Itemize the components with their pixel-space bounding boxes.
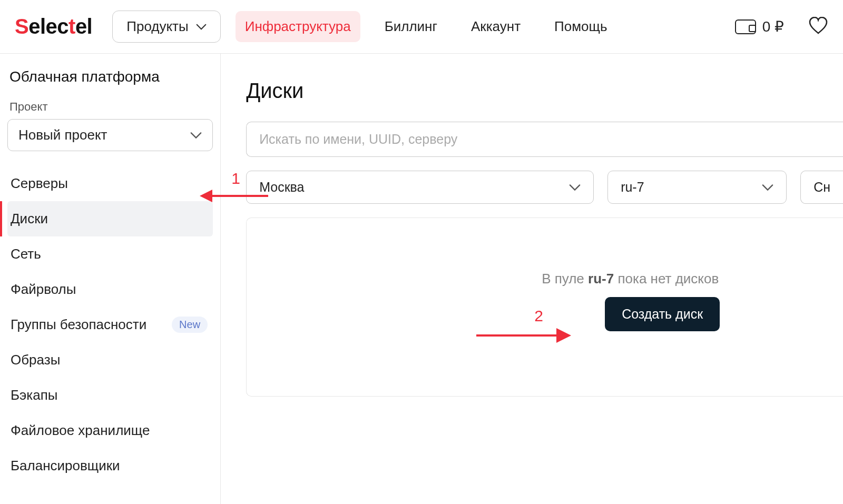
project-select[interactable]: Новый проект xyxy=(7,119,213,151)
region-select[interactable]: Москва xyxy=(246,171,594,204)
disks-empty-panel: В пуле ru-7 пока нет дисков Создать диск xyxy=(246,218,843,397)
favorites-button[interactable] xyxy=(808,17,828,37)
sidebar-item-label: Сеть xyxy=(11,246,41,262)
sidebar-item-network[interactable]: Сеть xyxy=(7,236,213,272)
logo-part: S xyxy=(15,15,28,38)
annotation-label: 1 xyxy=(231,170,240,187)
sidebar-item-servers[interactable]: Серверы xyxy=(7,166,213,201)
create-disk-label: Создать диск xyxy=(622,307,703,321)
nav-account[interactable]: Аккаунт xyxy=(462,11,530,42)
sidebar-title: Облачная платформа xyxy=(7,68,213,85)
sidebar-item-images[interactable]: Образы xyxy=(7,342,213,378)
empty-suffix: пока нет дисков xyxy=(614,271,719,286)
logo-part: el xyxy=(75,15,92,38)
chevron-down-icon xyxy=(190,132,202,139)
logo-part: elec xyxy=(28,15,68,38)
create-disk-button[interactable]: Создать диск xyxy=(605,297,720,331)
nav-label: Биллинг xyxy=(385,18,437,34)
empty-prefix: В пуле xyxy=(542,271,588,286)
extra-button[interactable]: Сн xyxy=(800,171,843,204)
empty-pool: ru-7 xyxy=(588,271,614,286)
heart-icon xyxy=(808,17,828,35)
project-label: Проект xyxy=(7,100,213,114)
logo-part: t xyxy=(68,15,75,38)
balance-button[interactable]: 0 ₽ xyxy=(735,18,784,35)
sidebar-item-label: Образы xyxy=(11,352,60,368)
sidebar-item-label: Серверы xyxy=(11,175,68,192)
filter-row: Москва ru-7 Сн xyxy=(246,171,843,204)
search-input[interactable] xyxy=(246,122,843,157)
nav-label: Инфраструктура xyxy=(245,18,351,34)
chevron-down-icon xyxy=(762,184,773,191)
sidebar-item-label: Диски xyxy=(11,211,48,227)
sidebar-item-security-groups[interactable]: Группы безопасности New xyxy=(7,307,213,342)
pool-value: ru-7 xyxy=(621,180,644,195)
sidebar-item-label: Файрволы xyxy=(11,281,76,298)
sidebar-item-firewalls[interactable]: Файрволы xyxy=(7,272,213,307)
nav-infrastructure[interactable]: Инфраструктура xyxy=(236,11,360,42)
new-badge: New xyxy=(172,317,208,333)
empty-state-text: В пуле ru-7 пока нет дисков xyxy=(542,271,719,287)
extra-label: Сн xyxy=(813,180,830,195)
chevron-down-icon xyxy=(569,184,581,191)
nav-label: Аккаунт xyxy=(471,18,521,34)
sidebar-item-load-balancers[interactable]: Балансировщики xyxy=(7,448,213,483)
nav-help[interactable]: Помощь xyxy=(545,11,616,42)
pool-select[interactable]: ru-7 xyxy=(607,171,787,204)
header: S elec t el Продукты Инфраструктура Билл… xyxy=(0,0,843,54)
products-dropdown[interactable]: Продукты xyxy=(112,11,220,43)
nav-label: Помощь xyxy=(554,18,607,34)
balance-value: 0 ₽ xyxy=(762,18,784,35)
sidebar: Облачная платформа Проект Новый проект С… xyxy=(0,54,221,504)
logo[interactable]: S elec t el xyxy=(15,15,92,38)
products-label: Продукты xyxy=(126,18,188,35)
chevron-down-icon xyxy=(196,23,207,31)
sidebar-item-disks[interactable]: Диски xyxy=(7,201,213,236)
main-content: Диски Москва ru-7 Сн В пуле ru-7 пока не… xyxy=(221,54,843,504)
sidebar-item-label: Группы безопасности xyxy=(11,317,146,333)
nav-billing[interactable]: Биллинг xyxy=(375,11,447,42)
region-value: Москва xyxy=(259,180,304,195)
sidebar-item-label: Файловое хранилище xyxy=(11,422,150,439)
project-value: Новый проект xyxy=(18,127,107,143)
sidebar-item-file-storage[interactable]: Файловое хранилище xyxy=(7,413,213,448)
sidebar-item-label: Бэкапы xyxy=(11,387,58,403)
sidebar-item-backups[interactable]: Бэкапы xyxy=(7,378,213,413)
page-title: Диски xyxy=(246,79,843,103)
wallet-icon xyxy=(735,19,756,34)
sidebar-item-label: Балансировщики xyxy=(11,458,120,474)
